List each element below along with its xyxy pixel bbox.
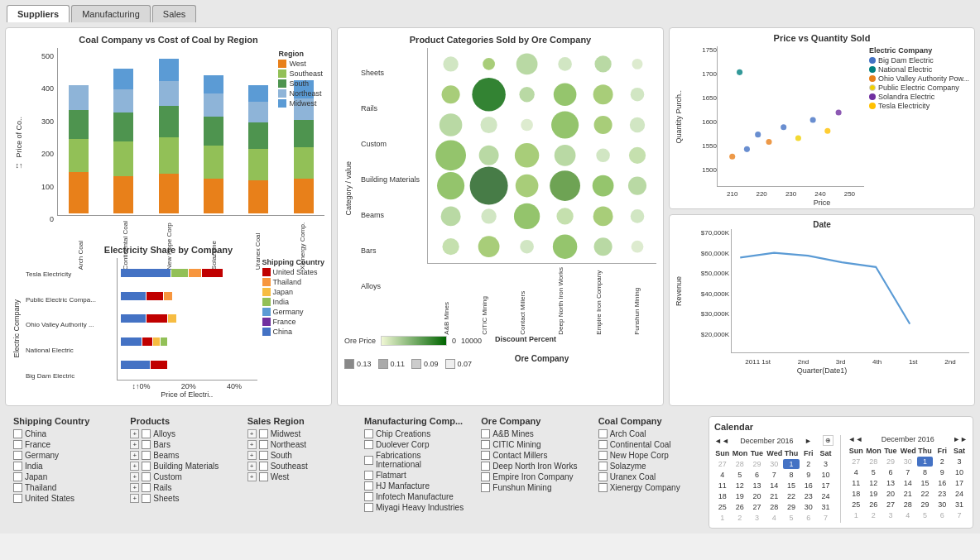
cal-prev-2[interactable]: ◄◄ <box>848 435 862 443</box>
expand-btn[interactable]: + <box>130 451 139 460</box>
cal-day[interactable]: 31 <box>951 500 968 510</box>
checkbox[interactable] <box>13 494 22 503</box>
cal-day[interactable]: 23 <box>934 489 950 499</box>
cal-day[interactable]: 5 <box>865 467 882 477</box>
cal-day[interactable]: 24 <box>951 489 968 499</box>
cal-day[interactable]: 28 <box>766 502 782 512</box>
cal-day[interactable]: 2 <box>800 459 817 469</box>
cal-day[interactable]: 11 <box>848 478 864 488</box>
checkbox[interactable] <box>142 494 151 503</box>
expand-btn[interactable]: + <box>130 483 139 492</box>
checkbox[interactable] <box>13 483 22 492</box>
checkbox[interactable] <box>481 462 490 471</box>
cal-day[interactable]: 19 <box>865 489 882 499</box>
filter-item[interactable]: Empire Iron Company <box>481 472 584 481</box>
cal-day[interactable]: 17 <box>818 481 834 491</box>
cal-day[interactable]: 8 <box>917 467 934 477</box>
cal-day[interactable]: 26 <box>865 500 882 510</box>
filter-item[interactable]: New Hope Corp <box>598 451 702 460</box>
expand-btn[interactable]: + <box>130 472 139 481</box>
cal-day[interactable]: 14 <box>766 481 782 491</box>
checkbox[interactable] <box>13 451 22 460</box>
filter-item[interactable]: +West <box>247 472 351 481</box>
checkbox[interactable] <box>259 429 268 438</box>
checkbox[interactable] <box>598 472 608 481</box>
cal-day[interactable]: 4 <box>900 510 916 520</box>
filter-item[interactable]: +Beams <box>130 451 233 460</box>
checkbox[interactable] <box>364 456 373 465</box>
cal-day[interactable]: 9 <box>934 467 950 477</box>
checkbox[interactable] <box>13 440 22 449</box>
checkbox[interactable] <box>481 451 490 460</box>
cal-day[interactable]: 19 <box>732 491 748 501</box>
cal-day[interactable]: 28 <box>732 459 748 469</box>
checkbox[interactable] <box>481 429 490 438</box>
filter-item[interactable]: United States <box>13 494 117 503</box>
checkbox[interactable] <box>364 471 373 480</box>
cal-day[interactable]: 12 <box>865 478 882 488</box>
expand-btn[interactable]: + <box>130 462 139 471</box>
cal-day[interactable]: 2 <box>934 457 950 467</box>
checkbox[interactable] <box>481 483 490 492</box>
cal-day[interactable]: 5 <box>732 470 748 480</box>
cal-day[interactable]: 16 <box>800 481 817 491</box>
cal-day[interactable]: 2 <box>732 513 748 523</box>
expand-btn[interactable]: + <box>247 429 257 438</box>
expand-btn[interactable]: + <box>247 472 257 481</box>
cal-day[interactable]: 3 <box>951 457 968 467</box>
checkbox[interactable] <box>259 472 268 481</box>
filter-item[interactable]: +Midwest <box>247 429 351 438</box>
cal-day[interactable]: 18 <box>848 489 864 499</box>
cal-day[interactable]: 25 <box>714 502 731 512</box>
cal-day[interactable]: 7 <box>766 470 782 480</box>
cal-day[interactable]: 10 <box>951 467 968 477</box>
checkbox[interactable] <box>364 440 373 449</box>
cal-day[interactable]: 7 <box>900 467 916 477</box>
cal-day[interactable]: 27 <box>749 502 766 512</box>
checkbox[interactable] <box>364 492 373 501</box>
cal-day-today[interactable]: 1 <box>917 457 934 467</box>
cal-day[interactable]: 30 <box>766 459 782 469</box>
checkbox[interactable] <box>259 451 268 460</box>
checkbox[interactable] <box>259 462 268 471</box>
cal-day[interactable]: 21 <box>766 491 782 501</box>
checkbox[interactable] <box>364 429 373 438</box>
cal-day[interactable]: 28 <box>900 500 916 510</box>
cal-day[interactable]: 5 <box>783 513 800 523</box>
cal-day[interactable]: 18 <box>714 491 731 501</box>
checkbox[interactable] <box>13 472 22 481</box>
filter-item[interactable]: Uranex Coal <box>598 472 702 481</box>
filter-item[interactable]: Continental Coal <box>598 440 702 449</box>
cal-day[interactable]: 24 <box>818 491 834 501</box>
checkbox[interactable] <box>142 462 151 471</box>
checkbox[interactable] <box>13 462 22 471</box>
filter-item[interactable]: +Northeast <box>247 440 351 449</box>
filter-item[interactable]: +Rails <box>130 483 233 492</box>
checkbox[interactable] <box>598 440 608 449</box>
cal-day[interactable]: 6 <box>882 467 899 477</box>
cal-day[interactable]: 4 <box>714 470 731 480</box>
cal-day[interactable]: 15 <box>783 481 800 491</box>
cal-day[interactable]: 7 <box>951 510 968 520</box>
cal-day-today[interactable]: 1 <box>783 459 800 469</box>
cal-day[interactable]: 2 <box>865 510 882 520</box>
cal-day[interactable]: 26 <box>732 502 748 512</box>
expand-btn[interactable]: + <box>130 429 139 438</box>
cal-day[interactable]: 8 <box>783 470 800 480</box>
filter-item[interactable]: Infotech Manufacture <box>364 492 468 501</box>
cal-day[interactable]: 1 <box>714 513 731 523</box>
checkbox[interactable] <box>598 429 608 438</box>
cal-day[interactable]: 11 <box>714 481 731 491</box>
expand-btn[interactable]: + <box>247 440 257 449</box>
checkbox[interactable] <box>481 472 490 481</box>
checkbox[interactable] <box>259 440 268 449</box>
filter-item[interactable]: A&B Mines <box>481 429 584 438</box>
cal-day[interactable]: 1 <box>848 510 864 520</box>
filter-item[interactable]: Japan <box>13 472 117 481</box>
cal-day[interactable]: 29 <box>882 457 899 467</box>
cal-day[interactable]: 16 <box>934 478 950 488</box>
checkbox[interactable] <box>142 451 151 460</box>
checkbox[interactable] <box>364 503 373 512</box>
cal-day[interactable]: 7 <box>818 513 834 523</box>
filter-item[interactable]: Arch Coal <box>598 429 702 438</box>
